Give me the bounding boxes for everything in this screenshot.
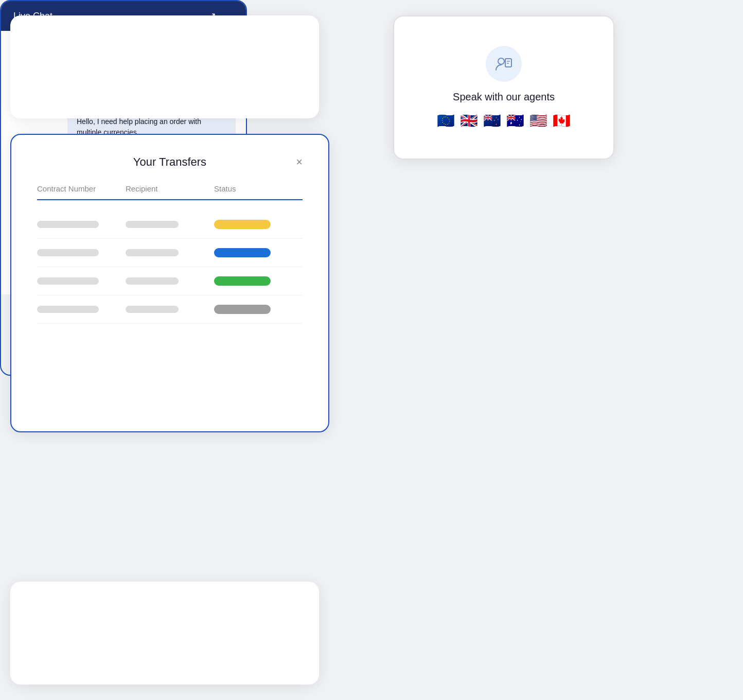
contract-placeholder [37, 249, 99, 256]
top-left-card [10, 15, 319, 118]
flag-ca: 🇨🇦 [553, 112, 571, 129]
bottom-left-card [10, 582, 319, 685]
agents-card: Speak with our agents 🇪🇺 🇬🇧 🇳🇿 🇦🇺 🇺🇸 🇨🇦 [393, 15, 614, 160]
table-row [37, 211, 303, 239]
table-row [37, 239, 303, 267]
agent-icon-wrapper [486, 46, 522, 82]
status-badge-green [214, 276, 271, 286]
transfers-title: Your Transfers [133, 155, 206, 169]
agent-icon [494, 55, 513, 73]
recipient-placeholder [126, 306, 179, 313]
status-badge-yellow [214, 220, 271, 229]
col-recipient: Recipient [126, 184, 214, 193]
flag-nz: 🇳🇿 [483, 112, 501, 129]
agents-title: Speak with our agents [453, 91, 555, 103]
flag-gb: 🇬🇧 [460, 112, 478, 129]
col-status: Status [214, 184, 303, 193]
flag-au: 🇦🇺 [506, 112, 524, 129]
recipient-placeholder [126, 277, 179, 285]
table-row [37, 267, 303, 295]
flag-us: 🇺🇸 [529, 112, 547, 129]
status-badge-blue [214, 248, 271, 257]
svg-rect-1 [505, 59, 511, 67]
contract-placeholder [37, 306, 99, 313]
status-badge-gray [214, 305, 271, 314]
transfers-header: Your Transfers × [37, 155, 303, 169]
svg-point-0 [498, 58, 504, 64]
contract-placeholder [37, 277, 99, 285]
transfers-table-header: Contract Number Recipient Status [37, 184, 303, 200]
transfers-table: Contract Number Recipient Status [37, 184, 303, 324]
contract-placeholder [37, 221, 99, 228]
col-contract-number: Contract Number [37, 184, 126, 193]
recipient-placeholder [126, 221, 179, 228]
flag-eu: 🇪🇺 [437, 112, 455, 129]
close-button[interactable]: × [296, 155, 303, 169]
table-row [37, 295, 303, 324]
transfers-card: Your Transfers × Contract Number Recipie… [10, 134, 329, 432]
flags-row: 🇪🇺 🇬🇧 🇳🇿 🇦🇺 🇺🇸 🇨🇦 [437, 112, 571, 129]
recipient-placeholder [126, 249, 179, 256]
